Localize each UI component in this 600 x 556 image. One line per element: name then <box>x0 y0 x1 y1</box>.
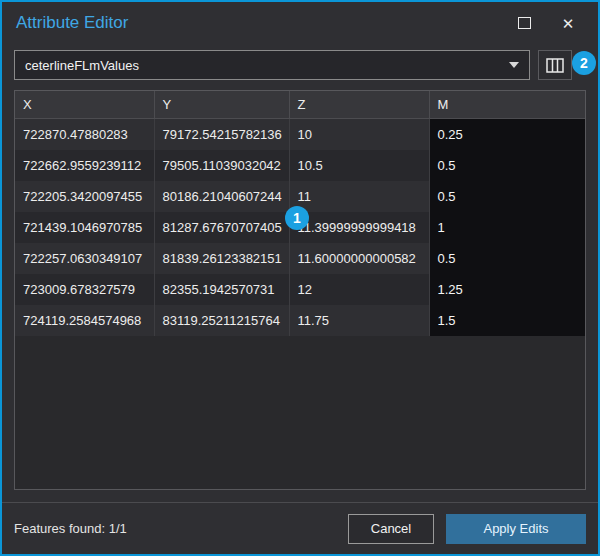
status-text: Features found: 1/1 <box>14 521 127 536</box>
table-cell[interactable]: 722205.3420097455 <box>15 181 154 212</box>
table-cell[interactable]: 10 <box>289 119 429 151</box>
layer-select-value: ceterlineFLmValues <box>25 58 501 73</box>
table-cell[interactable]: 12 <box>289 274 429 305</box>
table-row: 724119.258457496883119.2521121576411.751… <box>15 305 585 336</box>
column-header-z[interactable]: Z <box>289 91 429 119</box>
table-row: 723009.67832757982355.1942570731121.25 <box>15 274 585 305</box>
table-cell[interactable]: 723009.678327579 <box>15 274 154 305</box>
table-row: 722257.063034910781839.2612338215111.600… <box>15 243 585 274</box>
layer-select[interactable]: ceterlineFLmValues <box>14 50 530 80</box>
table-header: X Y Z M <box>15 91 585 119</box>
table-cell[interactable]: 0.5 <box>429 181 585 212</box>
table-cell[interactable]: 721439.1046970785 <box>15 212 154 243</box>
table-cell[interactable]: 79505.11039032042 <box>154 150 289 181</box>
column-header-y[interactable]: Y <box>154 91 289 119</box>
cancel-button[interactable]: Cancel <box>348 514 434 544</box>
table-cell[interactable]: 11.39999999999418 <box>289 212 429 243</box>
attribute-editor-dialog: Attribute Editor ✕ ceterlineFLmValues <box>0 0 600 556</box>
page-title: Attribute Editor <box>16 2 128 44</box>
table-cell[interactable]: 80186.21040607244 <box>154 181 289 212</box>
table-cell[interactable]: 0.25 <box>429 119 585 151</box>
callout-badge-2: 2 <box>572 51 596 75</box>
callout-badge-1: 1 <box>285 206 309 230</box>
table-header-row: X Y Z M <box>15 91 585 119</box>
title-bar: Attribute Editor ✕ <box>2 2 598 44</box>
table-cell[interactable]: 10.5 <box>289 150 429 181</box>
table-row: 722662.955923911279505.1103903204210.50.… <box>15 150 585 181</box>
table-cell[interactable]: 722662.9559239112 <box>15 150 154 181</box>
table-columns-icon <box>546 58 564 73</box>
table-cell[interactable]: 722257.0630349107 <box>15 243 154 274</box>
table-cell[interactable]: 11.75 <box>289 305 429 336</box>
column-header-m[interactable]: M <box>429 91 585 119</box>
fields-view-button[interactable] <box>538 50 572 80</box>
table-cell[interactable]: 82355.1942570731 <box>154 274 289 305</box>
table-cell[interactable]: 724119.2584574968 <box>15 305 154 336</box>
table-row: 722870.4788028379172.54215782136100.25 <box>15 119 585 151</box>
table-cell[interactable]: 722870.47880283 <box>15 119 154 151</box>
table-cell[interactable]: 81287.67670707405 <box>154 212 289 243</box>
chevron-down-icon <box>509 62 519 68</box>
table-cell[interactable]: 11 <box>289 181 429 212</box>
table-cell[interactable]: 1.25 <box>429 274 585 305</box>
table-cell[interactable]: 0.5 <box>429 150 585 181</box>
close-icon: ✕ <box>562 16 575 31</box>
window-controls: ✕ <box>502 2 590 44</box>
toolbar: ceterlineFLmValues <box>14 50 572 80</box>
table-cell[interactable]: 1.5 <box>429 305 585 336</box>
table-cell[interactable]: 11.60000000000582 <box>289 243 429 274</box>
table-cell[interactable]: 0.5 <box>429 243 585 274</box>
table-cell[interactable]: 79172.54215782136 <box>154 119 289 151</box>
attribute-table: X Y Z M 722870.4788028379172.54215782136… <box>14 90 586 490</box>
table-cell[interactable]: 83119.25211215764 <box>154 305 289 336</box>
column-header-x[interactable]: X <box>15 91 154 119</box>
apply-edits-button[interactable]: Apply Edits <box>446 514 586 544</box>
close-button[interactable]: ✕ <box>546 2 590 44</box>
table-cell[interactable]: 1 <box>429 212 585 243</box>
footer-bar: Features found: 1/1 Cancel Apply Edits <box>2 502 598 554</box>
maximize-button[interactable] <box>502 2 546 44</box>
table-cell[interactable]: 81839.26123382151 <box>154 243 289 274</box>
maximize-icon <box>518 17 531 29</box>
